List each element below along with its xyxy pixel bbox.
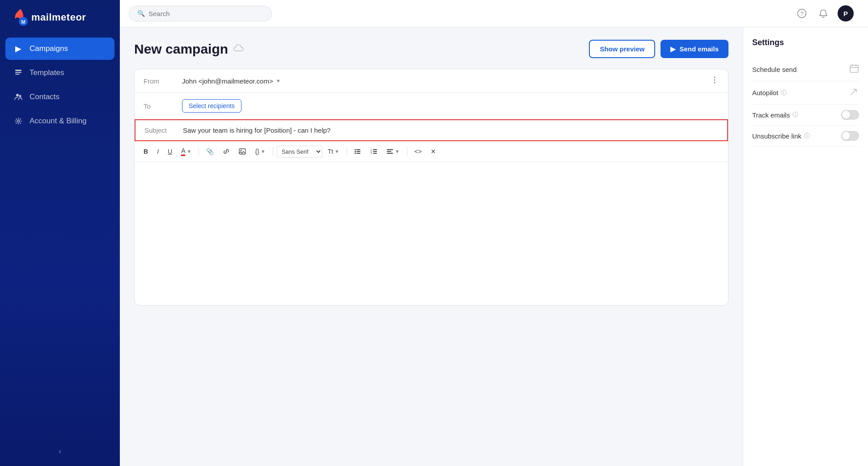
svg-rect-29 [387, 153, 393, 154]
formatting-toolbar: B I U A ▼ 📎 {} [135, 141, 728, 162]
select-recipients-button[interactable]: Select recipients [182, 99, 241, 113]
sidebar-item-label: Templates [30, 68, 64, 77]
clear-formatting-button[interactable]: ✕ [427, 146, 440, 157]
sidebar-item-contacts[interactable]: Contacts [5, 86, 114, 108]
svg-point-11 [714, 80, 716, 81]
svg-rect-2 [15, 70, 21, 71]
toolbar-divider-3 [347, 147, 347, 156]
brand-name: mailmeteor [31, 12, 86, 23]
send-emails-button[interactable]: ▶ Send emails [661, 40, 728, 58]
svg-rect-26 [373, 153, 377, 154]
font-size-button[interactable]: Tt ▼ [324, 146, 343, 157]
from-dropdown-icon[interactable]: ▼ [276, 78, 281, 84]
source-code-button[interactable]: <> [411, 146, 425, 157]
svg-point-5 [16, 94, 19, 97]
italic-button[interactable]: I [153, 146, 162, 157]
send-icon: ▶ [670, 45, 676, 53]
bold-button[interactable]: B [140, 146, 152, 157]
autopilot-info-icon[interactable]: ⓘ [781, 89, 787, 97]
sidebar-item-label: Contacts [30, 92, 59, 101]
sidebar-item-campaigns[interactable]: ▶ Campaigns [5, 38, 114, 60]
svg-rect-28 [387, 151, 391, 152]
svg-point-7 [17, 120, 20, 122]
sidebar-nav: ▶ Campaigns Templates Contacts Account &… [0, 38, 120, 437]
svg-text:M: M [21, 19, 25, 25]
email-body-editor[interactable] [135, 162, 728, 305]
sidebar: M mailmeteor ▶ Campaigns Templates Conta… [0, 0, 120, 466]
bullet-list-button[interactable] [351, 146, 365, 157]
subject-input[interactable] [183, 126, 718, 134]
subject-label: Subject [144, 126, 176, 134]
align-button[interactable]: ▼ [383, 146, 403, 157]
track-emails-info-icon[interactable]: ⓘ [792, 111, 798, 119]
svg-point-6 [19, 95, 21, 97]
notifications-icon[interactable] [816, 6, 830, 21]
cloud-save-icon [233, 42, 244, 56]
to-row: To Select recipients [135, 93, 728, 119]
to-label: To [144, 102, 175, 110]
number-list-button[interactable]: 1.2.3. [367, 146, 381, 157]
page-title-group: New campaign [134, 42, 244, 57]
subject-row: Subject [135, 119, 728, 141]
topbar-right: ? P [795, 5, 854, 21]
svg-point-15 [355, 149, 356, 151]
schedule-send-button[interactable] [849, 63, 859, 76]
search-box[interactable]: 🔍 [129, 6, 272, 21]
toolbar-divider-1 [199, 147, 199, 156]
sidebar-item-label: Campaigns [30, 44, 68, 53]
autopilot-button[interactable] [849, 87, 859, 99]
templates-icon [13, 68, 23, 78]
page-title: New campaign [134, 42, 228, 57]
svg-rect-27 [387, 149, 393, 150]
settings-panel: Settings Schedule send Autopilot ⓘ [743, 27, 868, 466]
campaigns-icon: ▶ [13, 44, 23, 54]
unsubscribe-link-toggle[interactable] [841, 131, 859, 141]
font-color-button[interactable]: A ▼ [178, 145, 195, 158]
svg-rect-24 [373, 151, 377, 152]
toolbar-divider-4 [407, 147, 407, 156]
svg-point-17 [355, 151, 356, 152]
track-emails-toggle[interactable] [841, 110, 859, 120]
from-row-menu[interactable] [710, 76, 719, 86]
sidebar-item-label: Account & Billing [30, 117, 87, 126]
svg-point-19 [355, 153, 356, 154]
unsubscribe-link-setting: Unsubscribe link ⓘ [752, 126, 859, 147]
svg-point-10 [714, 77, 716, 78]
show-preview-button[interactable]: Show preview [589, 40, 655, 58]
contacts-icon [13, 92, 23, 102]
svg-rect-20 [356, 153, 360, 154]
sidebar-item-templates[interactable]: Templates [5, 62, 114, 84]
email-composer: From John <john@mailmeteor.com> ▼ To Sel… [134, 69, 728, 306]
svg-point-14 [241, 150, 242, 151]
svg-text:?: ? [800, 10, 803, 17]
topbar: 🔍 ? P [120, 0, 868, 27]
link-button[interactable] [219, 146, 233, 157]
avatar[interactable]: P [838, 5, 854, 21]
image-button[interactable] [235, 146, 250, 157]
track-emails-label: Track emails ⓘ [752, 111, 798, 119]
code-button[interactable]: {} ▼ [251, 146, 269, 157]
logo: M mailmeteor [0, 0, 120, 38]
svg-rect-22 [373, 149, 377, 150]
main-area: 🔍 ? P New campaign [120, 0, 868, 466]
search-input[interactable] [148, 10, 263, 17]
editor-area: New campaign Show preview ▶ Send emails [120, 27, 743, 466]
toolbar-divider-2 [273, 147, 273, 156]
from-row: From John <john@mailmeteor.com> ▼ [135, 69, 728, 93]
unsubscribe-link-info-icon[interactable]: ⓘ [804, 132, 810, 140]
schedule-send-label: Schedule send [752, 66, 796, 73]
sidebar-collapse-button[interactable]: ‹ [5, 442, 114, 461]
font-family-select[interactable]: Sans Serif Serif Monospace [277, 146, 322, 158]
gear-icon [13, 116, 23, 126]
schedule-send-setting: Schedule send [752, 58, 859, 81]
svg-rect-16 [356, 149, 360, 150]
sidebar-item-account-billing[interactable]: Account & Billing [5, 110, 114, 132]
svg-rect-30 [850, 65, 858, 72]
help-icon[interactable]: ? [795, 6, 809, 21]
track-emails-setting: Track emails ⓘ [752, 105, 859, 126]
underline-button[interactable]: U [164, 146, 176, 157]
settings-title: Settings [752, 38, 859, 47]
svg-rect-18 [356, 151, 360, 152]
attachment-button[interactable]: 📎 [203, 146, 217, 157]
svg-point-12 [714, 82, 716, 84]
